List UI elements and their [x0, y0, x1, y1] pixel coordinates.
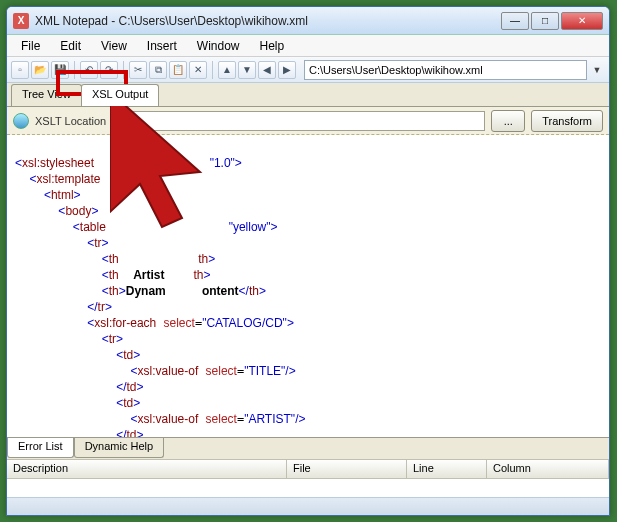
separator: [212, 61, 213, 79]
separator: [74, 61, 75, 79]
undo-button[interactable]: ↶: [80, 61, 98, 79]
delete-button[interactable]: ✕: [189, 61, 207, 79]
toolbar: ▫ 📂 💾 ↶ ↷ ✂ ⧉ 📋 ✕ ▲ ▼ ◀ ▶ C:\Users\User\…: [7, 57, 609, 83]
error-grid-header: Description File Line Column: [7, 459, 609, 479]
xslt-location-input[interactable]: [112, 111, 485, 131]
ie-icon: [13, 113, 29, 129]
xsl-toolbar: XSLT Location ... Transform: [7, 107, 609, 135]
path-dropdown-icon[interactable]: ▼: [589, 60, 605, 80]
maximize-button[interactable]: □: [531, 12, 559, 30]
menu-help[interactable]: Help: [250, 37, 295, 55]
moveright-button[interactable]: ▶: [278, 61, 296, 79]
close-button[interactable]: ✕: [561, 12, 603, 30]
xslt-location-label: XSLT Location: [35, 115, 106, 127]
col-file[interactable]: File: [287, 460, 407, 478]
bottom-tabs: Error List Dynamic Help: [7, 437, 609, 459]
menubar: File Edit View Insert Window Help: [7, 35, 609, 57]
paste-button[interactable]: 📋: [169, 61, 187, 79]
tab-dynamic-help[interactable]: Dynamic Help: [74, 438, 164, 458]
tab-tree-view[interactable]: Tree View: [11, 84, 82, 106]
open-button[interactable]: 📂: [31, 61, 49, 79]
window-title: XML Notepad - C:\Users\User\Desktop\wiki…: [35, 14, 501, 28]
moveup-button[interactable]: ▲: [218, 61, 236, 79]
titlebar[interactable]: X XML Notepad - C:\Users\User\Desktop\wi…: [7, 7, 609, 35]
app-window: X XML Notepad - C:\Users\User\Desktop\wi…: [6, 6, 610, 516]
new-button[interactable]: ▫: [11, 61, 29, 79]
col-column[interactable]: Column: [487, 460, 609, 478]
menu-window[interactable]: Window: [187, 37, 250, 55]
main-tabs: Tree View XSL Output: [7, 83, 609, 107]
separator: [123, 61, 124, 79]
error-grid-body[interactable]: [7, 479, 609, 497]
copy-button[interactable]: ⧉: [149, 61, 167, 79]
save-button[interactable]: 💾: [51, 61, 69, 79]
statusbar: [7, 497, 609, 515]
app-icon: X: [13, 13, 29, 29]
minimize-button[interactable]: —: [501, 12, 529, 30]
menu-view[interactable]: View: [91, 37, 137, 55]
tab-xsl-output[interactable]: XSL Output: [81, 84, 159, 106]
menu-insert[interactable]: Insert: [137, 37, 187, 55]
col-line[interactable]: Line: [407, 460, 487, 478]
moveleft-button[interactable]: ◀: [258, 61, 276, 79]
movedown-button[interactable]: ▼: [238, 61, 256, 79]
path-input[interactable]: C:\Users\User\Desktop\wikihow.xml: [304, 60, 587, 80]
browse-button[interactable]: ...: [491, 110, 525, 132]
menu-file[interactable]: File: [11, 37, 50, 55]
cut-button[interactable]: ✂: [129, 61, 147, 79]
transform-button[interactable]: Transform: [531, 110, 603, 132]
col-description[interactable]: Description: [7, 460, 287, 478]
code-view[interactable]: <xsl:stylesheet "1.0"> <xsl:template <ht…: [7, 135, 609, 437]
tab-error-list[interactable]: Error List: [7, 438, 74, 458]
redo-button[interactable]: ↷: [100, 61, 118, 79]
menu-edit[interactable]: Edit: [50, 37, 91, 55]
